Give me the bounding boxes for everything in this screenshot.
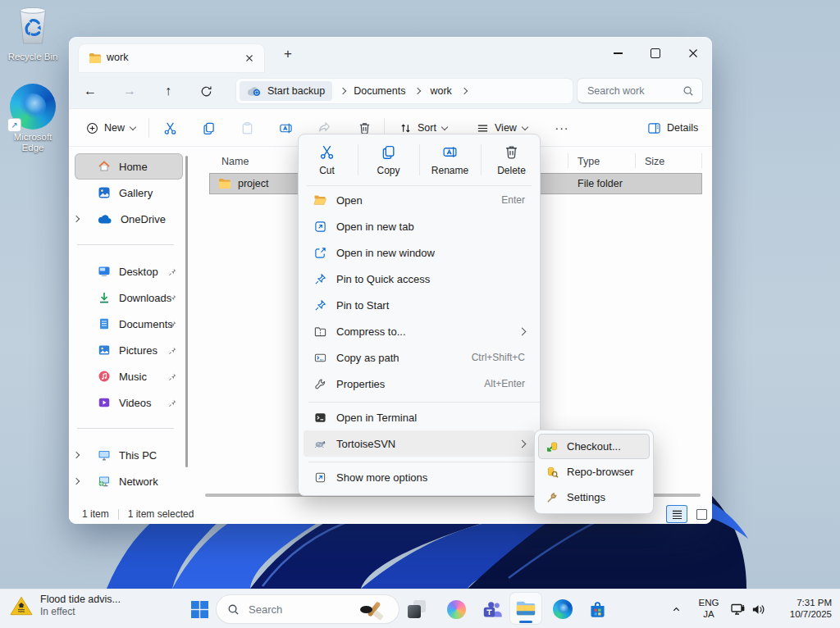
new-button[interactable]: New (79, 115, 143, 141)
submenu-item-checkout[interactable]: Checkout... (539, 435, 649, 458)
column-divider[interactable] (701, 153, 702, 168)
menu-item-open-in-terminal[interactable]: Open in Terminal (304, 404, 535, 430)
context-menu: Cut Copy Rename Delete Open (298, 134, 541, 496)
volume-tray-button[interactable] (748, 600, 768, 618)
folder-icon (218, 177, 231, 190)
column-header-name[interactable]: Name (221, 156, 249, 167)
chevron-up-icon (672, 605, 681, 614)
column-divider[interactable] (568, 153, 568, 168)
search-highlight-image[interactable] (360, 599, 388, 619)
sidebar-item-home[interactable]: Home (75, 154, 182, 179)
up-button[interactable]: ↑ (154, 79, 182, 103)
search-input[interactable] (586, 84, 671, 98)
cut-quick-button[interactable]: Cut (301, 144, 354, 176)
copy-button[interactable] (193, 115, 224, 141)
tray-expand-button[interactable] (666, 601, 686, 617)
sidebar-item-network[interactable]: Network (75, 469, 182, 494)
menu-item-open[interactable]: OpenEnter (304, 187, 535, 213)
desktop-icon-recycle-bin[interactable]: Recycle Bin (2, 5, 64, 62)
refresh-button[interactable] (192, 79, 220, 103)
sidebar-scrollbar[interactable] (185, 156, 188, 467)
tortoisesvn-submenu: Checkout... Repo-browser Settings (534, 430, 654, 514)
maximize-button[interactable] (637, 37, 674, 70)
rename-quick-button[interactable]: Rename (424, 144, 477, 176)
breadcrumb-crumb-work[interactable]: work (430, 85, 451, 97)
chevron-down-icon (130, 123, 136, 130)
menu-item-pin-to-start[interactable]: Pin to Start (304, 292, 535, 318)
task-view-button[interactable] (401, 594, 432, 625)
network-tray-button[interactable] (728, 600, 748, 618)
menu-item-properties[interactable]: PropertiesAlt+Enter (304, 371, 535, 397)
sidebar-item-downloads[interactable]: Downloads (75, 285, 182, 310)
edge-button[interactable] (547, 594, 578, 625)
weather-subtitle: In effect (40, 606, 121, 617)
search-icon[interactable] (682, 85, 694, 97)
submenu-item-settings[interactable]: Settings (539, 485, 649, 509)
details-view-toggle[interactable] (667, 506, 687, 522)
cut-icon (163, 121, 177, 135)
delete-icon (504, 144, 519, 160)
file-explorer-icon (515, 598, 536, 619)
thumbnail-view-toggle[interactable] (692, 506, 711, 522)
weather-widget[interactable]: Flood tide advis... In effect (10, 594, 121, 617)
expand-icon[interactable] (73, 478, 80, 485)
menu-item-pin-to-quick-access[interactable]: Pin to Quick access (304, 266, 535, 292)
copy-quick-button[interactable]: Copy (363, 144, 415, 176)
file-explorer-button[interactable] (510, 593, 541, 624)
paste-button[interactable] (231, 115, 262, 141)
menu-item-compress-to[interactable]: Compress to... (304, 318, 535, 344)
tab-work[interactable]: work (79, 44, 264, 72)
breadcrumb-crumb-documents[interactable]: Documents (354, 85, 405, 97)
sidebar-item-videos[interactable]: Videos (75, 390, 182, 415)
menu-item-tortoisesvn[interactable]: TortoiseSVN (304, 430, 535, 457)
new-tab-button[interactable]: + (284, 46, 292, 62)
desktop-icon (98, 265, 111, 278)
details-pane-button[interactable]: Details (640, 115, 705, 141)
column-header-size[interactable]: Size (645, 156, 664, 167)
minimize-button[interactable] (599, 37, 637, 70)
desktop-icon-edge[interactable]: ↗ Microsoft Edge (2, 84, 64, 153)
taskbar-search-input[interactable] (247, 603, 340, 617)
refresh-icon (200, 85, 212, 98)
expand-icon[interactable] (73, 452, 80, 458)
submenu-item-repo-browser[interactable]: Repo-browser (539, 460, 649, 484)
sidebar-item-desktop[interactable]: Desktop (75, 259, 182, 284)
teams-button[interactable] (477, 594, 508, 625)
pin-icon (314, 273, 326, 285)
sidebar-item-documents[interactable]: Documents (75, 312, 182, 336)
tab-close-icon[interactable] (244, 53, 254, 63)
close-button[interactable] (674, 37, 712, 70)
sidebar: Home Gallery OneDrive Desktop (69, 146, 189, 504)
pin-icon (168, 320, 177, 329)
sidebar-item-pictures[interactable]: Pictures (75, 338, 182, 362)
expand-icon[interactable] (73, 216, 80, 222)
sidebar-item-music[interactable]: Music (75, 364, 182, 389)
network-icon (98, 475, 111, 488)
clock[interactable]: 7:31 PM 10/7/2025 (769, 597, 832, 620)
pin-icon (314, 299, 326, 312)
back-button[interactable]: ← (76, 79, 104, 103)
breadcrumb-start-backup[interactable]: Start backup (240, 81, 332, 101)
sidebar-item-onedrive[interactable]: OneDrive (75, 207, 182, 231)
menu-item-open-in-new-tab[interactable]: Open in new tab (304, 213, 535, 239)
cut-icon (319, 144, 335, 160)
start-button[interactable] (184, 594, 215, 625)
delete-quick-button[interactable]: Delete (486, 144, 538, 176)
taskbar-search[interactable] (217, 595, 399, 623)
file-name: project (238, 178, 269, 189)
rename-button[interactable] (270, 115, 301, 141)
sidebar-item-gallery[interactable]: Gallery (75, 180, 182, 205)
sidebar-item-this-pc[interactable]: This PC (75, 443, 182, 467)
menu-item-show-more-options[interactable]: Show more options (304, 464, 535, 490)
menu-item-open-in-new-window[interactable]: Open in new window (304, 239, 535, 266)
cut-button[interactable] (154, 115, 185, 141)
see-more-button[interactable]: ··· (540, 115, 584, 141)
column-divider[interactable] (635, 153, 636, 168)
copilot-button[interactable] (441, 594, 472, 625)
column-header-type[interactable]: Type (578, 156, 600, 167)
copilot-icon (447, 600, 466, 619)
language-indicator[interactable]: ENG JA (694, 597, 724, 620)
forward-button[interactable]: → (116, 79, 144, 103)
store-button[interactable] (582, 594, 613, 625)
menu-item-copy-as-path[interactable]: Copy as pathCtrl+Shift+C (304, 344, 535, 371)
